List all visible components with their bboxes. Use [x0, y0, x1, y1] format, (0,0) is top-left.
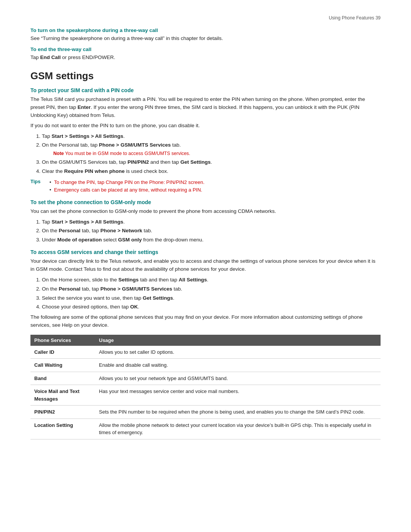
list-item: On the Personal tab, tap Phone > Network… [42, 227, 381, 235]
protect-sim-steps: Tap Start > Settings > All Settings. On … [42, 132, 381, 176]
protect-sim-body1: The Telus SIM card you purchased is pres… [30, 96, 381, 120]
col-usage: Usage [95, 335, 381, 346]
list-item: On the Personal tab, tap Phone > GSM/UMT… [42, 141, 381, 157]
access-gsm-heading: To access GSM services and change their … [30, 249, 381, 255]
table-row: BandAllows you to set your network type … [30, 372, 381, 385]
service-usage: Allows you to set your network type and … [95, 372, 381, 385]
table-row: PIN/PIN2Sets the PIN number to be requir… [30, 406, 381, 419]
note-line: Note You must be in GSM mode to access G… [53, 151, 190, 156]
list-item: Tap Start > Settings > All Settings. [42, 132, 381, 141]
table-header-row: Phone Services Usage [30, 335, 381, 346]
service-name: Location Setting [30, 419, 95, 439]
list-item: On the Home screen, slide to the Setting… [42, 276, 381, 284]
list-item: To change the PIN, tap Change PIN on the… [49, 179, 204, 186]
end-call-heading: To end the three-way call [30, 46, 381, 52]
service-usage: Allow the mobile phone network to detect… [95, 419, 381, 439]
access-gsm-steps: On the Home screen, slide to the Setting… [42, 276, 381, 311]
end-call-suffix: or press END/POWER. [61, 54, 115, 60]
access-gsm-body1: Your device can directly link to the Tel… [30, 257, 381, 273]
service-usage: Enable and disable call waiting. [95, 359, 381, 372]
table-row: Location SettingAllow the mobile phone n… [30, 419, 381, 439]
list-item: On the Personal tab, tap Phone > GSM/UMT… [42, 285, 381, 293]
speakerphone-body: See “Turning the speakerphone on during … [30, 35, 381, 43]
speakerphone-heading: To turn on the speakerphone during a thr… [30, 27, 381, 33]
protect-sim-body2: If you do not want to enter the PIN to t… [30, 122, 381, 130]
page-number: Using Phone Features 39 [30, 15, 381, 21]
table-row: Voice Mail and Text MessagesHas your tex… [30, 385, 381, 406]
col-phone-services: Phone Services [30, 335, 95, 346]
gsm-settings-title: GSM settings [30, 70, 381, 82]
list-item: Emergency calls can be placed at any tim… [49, 186, 204, 194]
protect-sim-heading: To protect your SIM card with a PIN code [30, 87, 381, 93]
service-usage: Sets the PIN number to be required when … [95, 406, 381, 419]
phone-services-table: Phone Services Usage Caller IDAllows you… [30, 335, 381, 439]
table-row: Caller IDAllows you to set caller ID opt… [30, 346, 381, 359]
end-call-bold: End Call [40, 54, 61, 60]
service-name: Call Waiting [30, 359, 95, 372]
list-item: Under Mode of operation select GSM only … [42, 236, 381, 244]
service-name: PIN/PIN2 [30, 406, 95, 419]
gsm-only-steps: Tap Start > Settings > All Settings. On … [42, 218, 381, 244]
list-item: Select the service you want to use, then… [42, 294, 381, 302]
list-item: On the GSM/UMTS Services tab, tap PIN/PI… [42, 158, 381, 166]
list-item: Choose your desired options, then tap OK… [42, 303, 381, 311]
service-name: Band [30, 372, 95, 385]
access-gsm-body2: The following are some of the optional p… [30, 313, 381, 329]
tips-section: Tips To change the PIN, tap Change PIN o… [30, 179, 381, 194]
end-call-prefix: Tap [30, 54, 40, 60]
service-usage: Allows you to set caller ID options. [95, 346, 381, 359]
tips-label: Tips [30, 179, 46, 184]
gsm-only-heading: To set the phone connection to GSM-only … [30, 199, 381, 205]
list-item: Clear the Require PIN when phone is used… [42, 167, 381, 176]
service-name: Caller ID [30, 346, 95, 359]
service-name: Voice Mail and Text Messages [30, 385, 95, 406]
list-item: Tap Start > Settings > All Settings. [42, 218, 381, 226]
table-row: Call WaitingEnable and disable call wait… [30, 359, 381, 372]
service-usage: Has your text messages service center an… [95, 385, 381, 406]
end-call-body: Tap End Call or press END/POWER. [30, 54, 381, 62]
tips-list: To change the PIN, tap Change PIN on the… [49, 179, 204, 194]
gsm-only-body: You can set the phone connection to GSM-… [30, 208, 381, 216]
